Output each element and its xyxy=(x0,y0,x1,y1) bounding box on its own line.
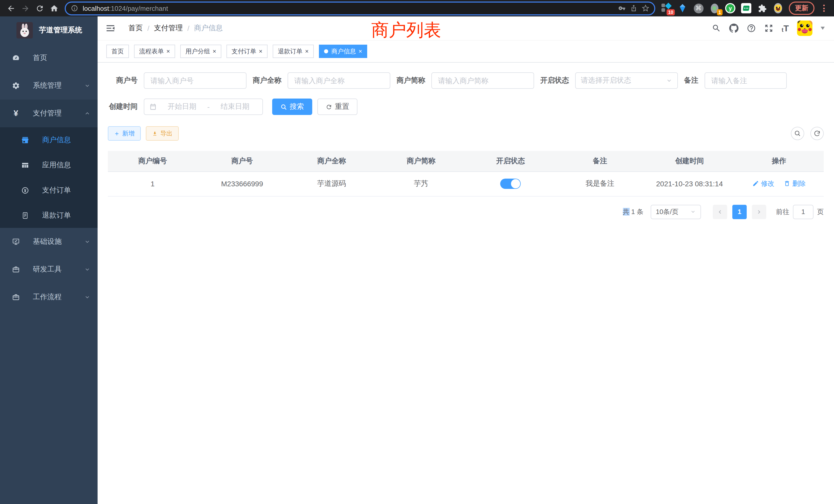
column-header[interactable]: 创建时间 xyxy=(645,151,734,171)
sidebar-item-home[interactable]: 首页 xyxy=(0,44,97,72)
sidebar-item-merchant-info[interactable]: 商户信息 xyxy=(0,127,97,153)
sidebar-item-label: 支付订单 xyxy=(42,186,71,195)
extension-y-icon[interactable]: y xyxy=(725,3,736,13)
breadcrumb-item-current: 商户信息 xyxy=(194,24,223,33)
close-icon[interactable]: × xyxy=(167,48,170,54)
next-page-button[interactable] xyxy=(752,205,766,219)
column-header[interactable]: 备注 xyxy=(555,151,645,171)
refresh-table-button[interactable] xyxy=(810,127,824,140)
full-name-input[interactable] xyxy=(288,72,390,89)
chevron-down-icon xyxy=(666,77,672,84)
fullscreen-icon[interactable] xyxy=(764,24,773,33)
sidebar-item-system[interactable]: 系统管理 xyxy=(0,72,97,99)
sidebar-item-refund-order[interactable]: 退款订单 xyxy=(0,203,97,228)
column-header[interactable]: 开启状态 xyxy=(466,151,555,171)
search-button-label: 搜索 xyxy=(290,102,304,111)
briefcase-icon xyxy=(12,293,20,301)
status-toggle[interactable] xyxy=(500,179,521,189)
browser-back-icon[interactable] xyxy=(4,2,18,15)
tab-process-form[interactable]: 流程表单× xyxy=(134,45,175,58)
sidebar-item-app-info[interactable]: 应用信息 xyxy=(0,153,97,178)
tab-refund-order[interactable]: 退款订单× xyxy=(273,45,314,58)
refresh-icon xyxy=(813,130,821,137)
breadcrumb-separator: / xyxy=(188,24,190,32)
cell-create-time: 2021-10-23 08:31:14 xyxy=(645,171,734,196)
column-header[interactable]: 商户全称 xyxy=(287,151,376,171)
sidebar-logo-row[interactable]: 芋道管理系统 xyxy=(0,17,97,44)
column-header[interactable]: 商户简称 xyxy=(376,151,466,171)
browser-refresh-icon[interactable] xyxy=(33,2,46,15)
close-icon[interactable]: × xyxy=(358,48,362,54)
sidebar-item-payment[interactable]: ¥ 支付管理 xyxy=(0,99,97,127)
tab-user-group[interactable]: 用户分组× xyxy=(180,45,221,58)
share-icon[interactable] xyxy=(630,5,637,12)
browser-update-button[interactable]: 更新 xyxy=(789,2,814,15)
sidebar-item-dev-tools[interactable]: 研发工具 xyxy=(0,256,97,283)
page-number-current[interactable]: 1 xyxy=(732,205,747,219)
header-search-icon[interactable] xyxy=(712,24,721,33)
close-icon[interactable]: × xyxy=(213,48,216,54)
tab-home[interactable]: 首页 xyxy=(106,45,129,58)
reset-button[interactable]: 重置 xyxy=(317,98,357,115)
page-unit-label: 页 xyxy=(817,207,824,216)
extension-gem-icon[interactable] xyxy=(677,3,688,13)
filter-status: 开启状态 请选择开启状态 xyxy=(539,72,678,89)
pagination-total: 共 1 条 xyxy=(623,207,643,216)
browser-menu-icon[interactable] xyxy=(820,5,828,12)
extension-egg-icon[interactable]: 1 xyxy=(709,3,720,13)
extension-chat-icon[interactable] xyxy=(741,3,751,13)
chevron-down-icon xyxy=(690,209,696,214)
close-icon[interactable]: × xyxy=(305,48,309,54)
column-header[interactable]: 商户编号 xyxy=(108,151,197,171)
breadcrumb-separator: / xyxy=(147,24,150,32)
merchant-no-input[interactable] xyxy=(144,72,246,89)
column-header[interactable]: 操作 xyxy=(734,151,824,171)
url-text: localhost:1024/pay/merchant xyxy=(83,4,614,12)
address-bar[interactable]: localhost:1024/pay/merchant xyxy=(65,1,655,15)
page-annotation: 商户列表 xyxy=(371,19,441,42)
prev-page-button[interactable] xyxy=(713,205,727,219)
password-key-icon[interactable] xyxy=(618,5,626,12)
goto-page-input[interactable] xyxy=(793,205,813,219)
export-button[interactable]: 导出 xyxy=(146,126,179,141)
cell-remark: 我是备注 xyxy=(555,171,645,196)
date-range-picker[interactable]: 开始日期 - 结束日期 xyxy=(144,98,263,115)
help-icon[interactable] xyxy=(747,24,756,33)
browser-home-icon[interactable] xyxy=(47,2,61,15)
sidebar-item-infrastructure[interactable]: 基础设施 xyxy=(0,228,97,256)
page-size-select[interactable]: 10条/页 xyxy=(651,205,701,219)
profile-emoji-icon[interactable] xyxy=(773,3,783,13)
github-icon[interactable] xyxy=(729,24,739,33)
browser-forward-icon[interactable] xyxy=(19,2,32,15)
short-name-input[interactable] xyxy=(431,72,534,89)
extension-tiles-icon[interactable]: 10 xyxy=(661,3,672,13)
field-label: 商户简称 xyxy=(395,76,425,85)
bookmark-star-icon[interactable] xyxy=(642,5,649,12)
tab-merchant-info[interactable]: 商户信息× xyxy=(319,45,367,58)
site-info-icon[interactable] xyxy=(71,5,78,12)
tab-pay-order[interactable]: 支付订单× xyxy=(226,45,267,58)
sidebar-item-pay-order[interactable]: 支付订单 xyxy=(0,178,97,203)
breadcrumb-item[interactable]: 支付管理 xyxy=(154,24,183,33)
delete-link[interactable]: 删除 xyxy=(784,179,806,188)
sidebar-item-label: 研发工具 xyxy=(33,265,62,274)
close-icon[interactable]: × xyxy=(259,48,262,54)
remark-input[interactable] xyxy=(705,72,787,89)
show-search-toggle-button[interactable] xyxy=(791,127,804,140)
column-header[interactable]: 商户号 xyxy=(197,151,287,171)
search-button[interactable]: 搜索 xyxy=(272,98,312,115)
extension-command-icon[interactable]: ⌘ xyxy=(693,3,704,13)
pagination-total-highlight: 共 xyxy=(623,208,629,215)
extensions-puzzle-icon[interactable] xyxy=(757,3,767,13)
user-avatar[interactable] xyxy=(797,21,812,36)
sidebar-item-label: 系统管理 xyxy=(33,81,62,90)
sidebar-item-workflow[interactable]: 工作流程 xyxy=(0,283,97,311)
main-area: 商户列表 首页 / 支付管理 / 商户信息 tT xyxy=(97,17,834,504)
edit-link[interactable]: 修改 xyxy=(752,179,774,188)
add-button[interactable]: 新增 xyxy=(108,126,141,141)
sidebar-collapse-icon[interactable] xyxy=(105,23,115,33)
breadcrumb-item[interactable]: 首页 xyxy=(128,24,143,33)
font-size-icon[interactable]: tT xyxy=(782,24,789,32)
status-select[interactable]: 请选择开启状态 xyxy=(575,72,678,89)
avatar-dropdown-caret[interactable] xyxy=(821,27,825,30)
